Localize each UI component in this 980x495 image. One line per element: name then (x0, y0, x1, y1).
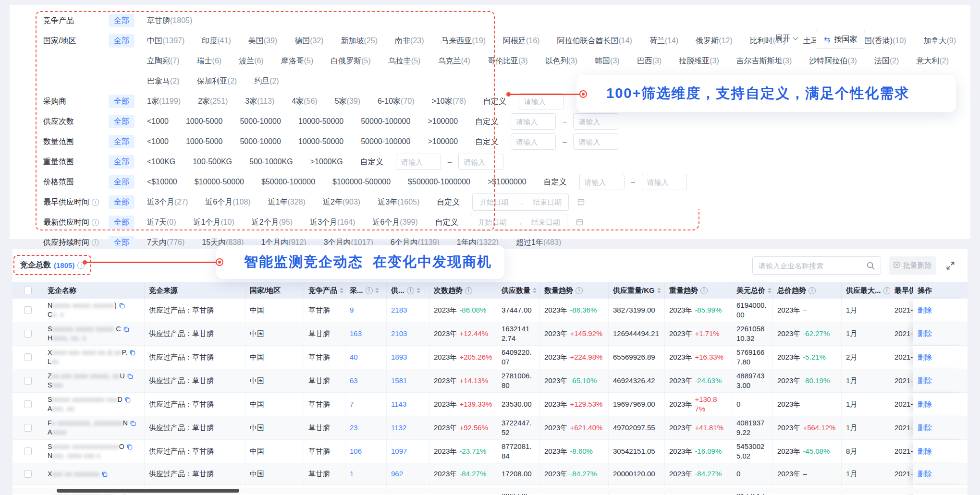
filter-option[interactable]: 近1年(328) (268, 192, 306, 212)
filter-option-all[interactable]: 全部 (109, 236, 135, 249)
copy-icon[interactable] (123, 326, 129, 332)
filter-option[interactable]: 近3个月(164) (310, 212, 355, 232)
supply-count-cell[interactable]: 1893 (387, 346, 429, 369)
range-input-max[interactable] (573, 133, 618, 150)
filter-option[interactable]: 保加利亚(2) (197, 71, 237, 91)
filter-option[interactable]: 近2年(903) (323, 192, 360, 212)
buyers-count-cell[interactable]: 7 (345, 393, 387, 416)
buyers-count-cell[interactable]: 1 (345, 463, 387, 484)
sort-icon[interactable] (533, 288, 537, 293)
supply-count-cell[interactable]: 2103 (387, 322, 429, 345)
custom-label[interactable]: 自定义 (360, 152, 383, 172)
range-input-min[interactable] (579, 174, 625, 190)
filter-option[interactable]: 10000-50000 (298, 132, 343, 152)
filter-option[interactable]: 50000-100000 (361, 132, 410, 152)
fullscreen-icon[interactable] (946, 261, 955, 270)
filter-option[interactable]: 巴拿马(2) (147, 71, 180, 91)
filter-option[interactable]: <1000 (147, 111, 169, 132)
copy-icon[interactable] (129, 350, 135, 356)
delete-link[interactable]: 删除 (918, 469, 932, 479)
copy-icon[interactable] (127, 373, 133, 379)
filter-option[interactable]: 乌克兰(4) (438, 51, 470, 71)
filter-option[interactable]: $50000-100000 (261, 172, 315, 192)
horizontal-scrollbar[interactable] (12, 488, 968, 494)
copy-icon[interactable] (101, 471, 108, 477)
filter-option[interactable]: 6-10家(70) (378, 91, 414, 111)
filter-option[interactable]: 俄罗斯(12) (696, 31, 732, 51)
delete-link[interactable]: 删除 (918, 305, 932, 315)
filter-option-all[interactable]: 全部 (109, 95, 135, 108)
filter-option[interactable]: 100-500KG (193, 152, 232, 172)
filter-option-all[interactable]: 全部 (109, 216, 135, 229)
filter-option[interactable]: 吉尔吉斯斯坦(3) (736, 51, 792, 71)
delete-link[interactable]: 删除 (918, 423, 932, 433)
filter-option[interactable]: 法国(2) (874, 51, 899, 71)
row-checkbox[interactable] (24, 447, 32, 455)
filter-option[interactable]: 瑞士(6) (197, 51, 222, 71)
filter-option[interactable]: 新加坡(25) (341, 31, 378, 51)
filter-option[interactable]: >10家(78) (432, 91, 466, 111)
filter-option[interactable]: 沙特阿拉伯(3) (809, 51, 857, 71)
filter-option[interactable]: 近6个月(399) (372, 212, 417, 232)
custom-label[interactable]: 自定义 (483, 91, 506, 111)
filter-option[interactable]: 波兰(6) (239, 51, 264, 71)
filter-option[interactable]: 近6个月(108) (205, 192, 250, 212)
buyers-count-cell[interactable]: 63 (345, 369, 387, 392)
search-input[interactable] (753, 262, 867, 270)
expand-control[interactable]: 展开 (775, 34, 797, 44)
filter-option[interactable]: 约旦(2) (254, 71, 279, 91)
filter-option[interactable]: 近3年(1605) (378, 192, 419, 212)
filter-option-all[interactable]: 全部 (109, 175, 135, 189)
filter-option[interactable]: $10000-50000 (195, 172, 244, 192)
filter-option[interactable]: 巴西(3) (637, 51, 662, 71)
filter-option[interactable]: 10000-50000 (298, 111, 343, 132)
range-input-max[interactable] (573, 113, 618, 130)
filter-option[interactable]: 阿根廷(16) (503, 31, 539, 51)
scrollbar-thumb[interactable] (57, 489, 239, 493)
by-country-button[interactable]: ⇆按国家 (816, 30, 865, 49)
filter-option[interactable]: 近7天(0) (147, 212, 176, 232)
filter-option[interactable]: $500000-1000000 (408, 172, 470, 192)
filter-option[interactable]: 草甘膦(1805) (147, 11, 192, 31)
delete-link[interactable]: 删除 (918, 447, 932, 456)
range-input-min[interactable] (511, 133, 556, 150)
filter-option[interactable]: 乌拉圭(5) (388, 51, 421, 71)
filter-option-all[interactable]: 全部 (109, 155, 135, 169)
row-checkbox[interactable] (24, 470, 32, 478)
row-checkbox[interactable] (24, 353, 32, 361)
supply-count-cell[interactable]: 962 (387, 463, 429, 484)
filter-option[interactable]: $100000-500000 (332, 172, 391, 192)
custom-label[interactable]: 自定义 (475, 111, 498, 132)
sort-icon[interactable] (375, 288, 379, 293)
buyers-count-cell[interactable]: 163 (345, 322, 387, 345)
filter-option[interactable]: 美国(39) (248, 31, 277, 51)
filter-option-all[interactable]: 全部 (109, 14, 135, 27)
buyers-count-cell[interactable]: 23 (345, 416, 387, 439)
filter-option[interactable]: 立陶宛(7) (147, 51, 180, 71)
filter-option[interactable]: 5000-10000 (240, 132, 281, 152)
filter-option[interactable]: 近1个月(10) (193, 212, 234, 232)
filter-option[interactable]: 南非(23) (395, 31, 424, 51)
filter-option[interactable]: 加拿大(9) (923, 31, 956, 51)
custom-label[interactable]: 自定义 (437, 192, 460, 212)
date-range-input[interactable]: 开始日期→结束日期 (472, 193, 569, 211)
batch-delete-button[interactable]: 批量删除 (889, 256, 936, 275)
range-input-min[interactable] (519, 93, 564, 109)
row-checkbox[interactable] (24, 306, 32, 314)
filter-option-all[interactable]: 全部 (109, 34, 135, 48)
select-all-checkbox[interactable] (24, 287, 32, 294)
filter-option[interactable]: 荷兰(14) (649, 31, 678, 51)
supply-count-cell[interactable]: 1097 (387, 440, 429, 463)
custom-label[interactable]: 自定义 (475, 132, 498, 152)
filter-option[interactable]: 近2个月(95) (252, 212, 293, 232)
filter-option[interactable]: 白俄罗斯(5) (331, 51, 371, 71)
filter-option-all[interactable]: 全部 (109, 195, 135, 209)
filter-option[interactable]: 韩国(3) (595, 51, 620, 71)
filter-option[interactable]: 中国(1397) (147, 31, 184, 51)
filter-option[interactable]: 1000-5000 (186, 132, 223, 152)
filter-option[interactable]: <100KG (147, 152, 175, 172)
filter-option[interactable]: >$1000000 (488, 172, 527, 192)
copy-icon[interactable] (124, 397, 131, 403)
filter-option[interactable]: 意大利(2) (916, 51, 949, 71)
buyers-count-cell[interactable]: 40 (345, 346, 387, 369)
